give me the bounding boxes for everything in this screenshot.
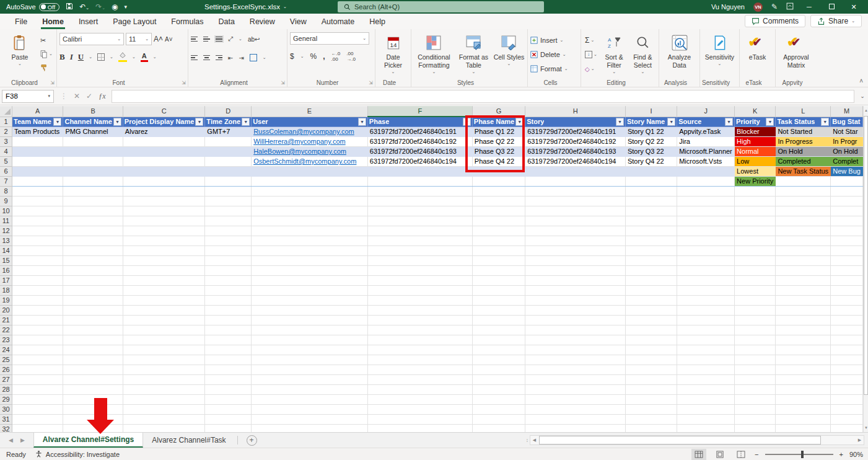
cell-M4[interactable]: On Hold [831,146,863,156]
cell-K22[interactable] [735,325,776,335]
cell-C13[interactable] [123,236,205,245]
expand-formula-bar-icon[interactable]: ⌄ [857,93,868,99]
cell-K19[interactable] [735,295,776,305]
copy-button[interactable]: ⌄ [39,48,54,60]
share-button[interactable]: Share ⌄ [810,15,862,27]
cell-L12[interactable] [776,226,831,236]
cell-L20[interactable] [776,305,831,315]
cell-H8[interactable] [525,186,626,196]
cell-A20[interactable] [12,305,63,315]
sheet-nav-left-icon[interactable]: ◀ [9,437,13,443]
cell-E4[interactable]: HaleBowen@mycompany.com [252,146,368,156]
table-header-M[interactable]: Bug Stat [831,117,863,126]
cell-C9[interactable] [123,196,205,206]
cell-B4[interactable] [63,146,123,156]
cell-B32[interactable] [63,424,123,432]
cell-G31[interactable] [472,414,525,424]
cell-I32[interactable] [625,424,677,432]
cell-E12[interactable] [252,226,368,236]
cell-E9[interactable] [252,196,368,206]
cell-C8[interactable] [123,186,205,196]
row-header-29[interactable]: 29 [0,394,12,404]
cell-F13[interactable] [367,236,472,245]
cell-F22[interactable] [367,325,472,335]
merge-center-icon[interactable] [250,54,257,61]
insert-cells-button[interactable]: Insert⌄ [530,35,568,46]
cell-H12[interactable] [525,226,626,236]
cell-I9[interactable] [625,196,677,206]
cell-J7[interactable] [677,176,735,186]
cell-G17[interactable] [472,275,525,285]
scroll-left-icon[interactable]: ◀ [530,436,538,445]
cell-L23[interactable] [776,335,831,345]
cell-A32[interactable] [12,424,63,432]
filter-icon-K[interactable]: ▼ [766,118,774,126]
cell-D16[interactable] [205,265,252,275]
cell-M5[interactable]: Complet [831,156,863,166]
cell-J20[interactable] [677,305,735,315]
cell-G22[interactable] [472,325,525,335]
cell-E24[interactable] [252,345,368,355]
row-header-21[interactable]: 21 [0,315,12,325]
align-center-icon[interactable] [203,55,210,61]
cell-G20[interactable] [472,305,525,315]
cell-I13[interactable] [625,236,677,245]
cell-K2[interactable]: Blocker [735,126,776,136]
cell-K29[interactable] [735,394,776,404]
cell-M14[interactable] [831,245,863,255]
restore-button[interactable] [825,3,838,11]
row-header-24[interactable]: 24 [0,345,12,355]
row-header-10[interactable]: 10 [0,206,12,216]
cell-I21[interactable] [625,315,677,325]
column-header-L[interactable]: L [776,106,831,117]
cell-G15[interactable] [472,255,525,265]
decrease-font-icon[interactable]: A˅ [165,36,173,43]
cell-A2[interactable]: Team Products [12,126,63,136]
cell-B14[interactable] [63,245,123,255]
cell-I10[interactable] [625,206,677,216]
cell-F15[interactable] [367,255,472,265]
find-select-button[interactable]: Find & Select⌄ [629,32,656,77]
cell-B5[interactable] [63,156,123,166]
page-break-view-button[interactable] [734,449,748,460]
cell-A13[interactable] [12,236,63,245]
cell-E10[interactable] [252,206,368,216]
cell-K20[interactable] [735,305,776,315]
column-header-C[interactable]: C [123,106,205,117]
cell-D2[interactable]: GMT+7 [205,126,252,136]
cell-F5[interactable]: 631972fd7200ef246840c194 [367,156,472,166]
cell-K32[interactable] [735,424,776,432]
cell-I12[interactable] [625,226,677,236]
cell-J19[interactable] [677,295,735,305]
cell-I25[interactable] [625,355,677,365]
cell-E23[interactable] [252,335,368,345]
cell-K9[interactable] [735,196,776,206]
column-header-F[interactable]: F [367,106,472,117]
cell-H20[interactable] [525,305,626,315]
clear-button[interactable]: ◇⌄ [584,63,598,74]
cell-L27[interactable] [776,374,831,384]
cell-B29[interactable] [63,394,123,404]
cell-E28[interactable] [252,384,368,394]
cell-A5[interactable] [12,156,63,166]
cell-L13[interactable] [776,236,831,245]
cell-H29[interactable] [525,394,626,404]
menu-tab-view[interactable]: View [283,14,314,29]
cell-J23[interactable] [677,335,735,345]
row-header-7[interactable]: 7 [0,176,12,186]
cell-C22[interactable] [123,325,205,335]
cell-A14[interactable] [12,245,63,255]
cell-L22[interactable] [776,325,831,335]
paste-button[interactable]: Paste⌄ [2,32,37,77]
align-bottom-icon[interactable] [214,35,224,43]
cell-G5[interactable]: Phase Q4 22 [472,156,525,166]
search-input[interactable]: Search (Alt+Q) [338,1,544,12]
accounting-format-icon[interactable]: $ [290,52,294,61]
cell-F12[interactable] [367,226,472,236]
cell-K7[interactable]: New Priority [735,176,776,186]
cell-J8[interactable] [677,186,735,196]
cell-D6[interactable] [205,166,252,176]
cell-I19[interactable] [625,295,677,305]
cell-K8[interactable] [735,186,776,196]
filter-icon-E[interactable]: ▼ [358,118,366,126]
